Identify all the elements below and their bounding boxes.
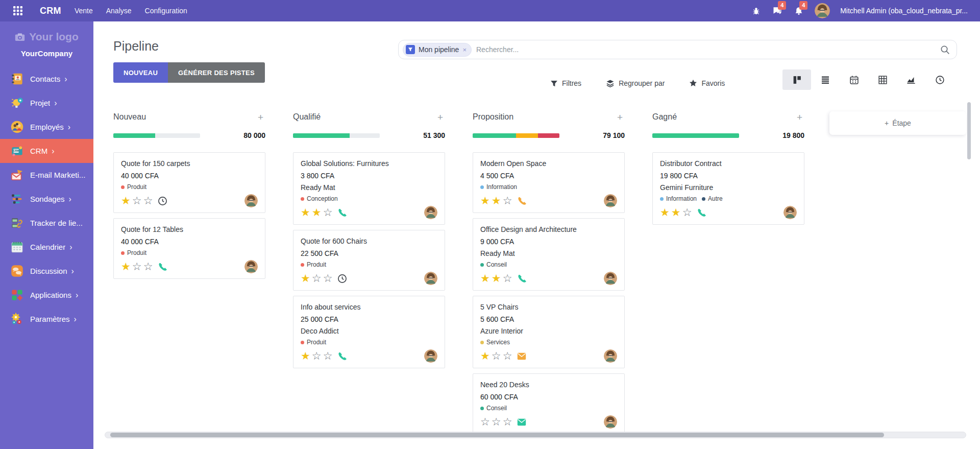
sidebar-item-applications[interactable]: Applications›	[0, 283, 93, 307]
progress-segment-green[interactable]	[473, 133, 516, 138]
star-empty-icon[interactable]: ☆	[503, 350, 512, 362]
salesperson-avatar[interactable]	[244, 194, 258, 207]
filtres-button[interactable]: Filtres	[550, 79, 581, 87]
top-menu-vente[interactable]: Vente	[75, 7, 93, 15]
star-filled-icon[interactable]: ★	[312, 207, 322, 218]
sidebar-item-employ-s[interactable]: Employés›	[0, 115, 93, 139]
search-bar[interactable]: Mon pipeline ×	[398, 40, 957, 59]
search-facet[interactable]: Mon pipeline ×	[403, 43, 472, 57]
sidebar-item-discussion[interactable]: Discussion›	[0, 259, 93, 283]
kanban-card[interactable]: Distributor Contract19 800 CFAGemini Fur…	[652, 152, 804, 225]
generate-leads-button[interactable]: GÉNÉRER DES PISTES	[168, 62, 265, 83]
star-empty-icon[interactable]: ☆	[312, 350, 322, 362]
progress-segment-orange[interactable]	[516, 133, 538, 138]
activity-phone-icon[interactable]	[697, 208, 706, 217]
add-stage-button[interactable]: + Étape	[829, 111, 966, 135]
kanban-card[interactable]: Quote for 600 Chairs22 500 CFAProduit★☆☆	[293, 230, 445, 291]
star-filled-icon[interactable]: ★	[492, 195, 501, 206]
star-empty-icon[interactable]: ☆	[143, 261, 153, 272]
add-record-icon[interactable]: +	[256, 112, 265, 122]
view-switch-graph[interactable]	[897, 69, 925, 90]
salesperson-avatar[interactable]	[604, 415, 617, 429]
add-record-icon[interactable]: +	[435, 112, 445, 122]
priority-stars[interactable]: ★☆☆	[301, 273, 332, 284]
kanban-card[interactable]: Office Design and Architecture9 000 CFAR…	[473, 218, 625, 291]
horizontal-scrollbar-thumb[interactable]	[110, 433, 884, 437]
activity-phone-icon[interactable]	[517, 274, 526, 283]
kanban-card[interactable]: 5 VP Chairs5 600 CFAAzure InteriorServic…	[473, 296, 625, 368]
view-switch-kanban[interactable]	[782, 69, 811, 90]
star-empty-icon[interactable]: ☆	[480, 416, 490, 428]
column-progressbar[interactable]	[652, 133, 739, 138]
activity-phone-icon[interactable]	[517, 196, 526, 205]
salesperson-avatar[interactable]	[424, 272, 437, 285]
progress-segment-green[interactable]	[113, 133, 155, 138]
view-switch-calendar[interactable]	[840, 69, 868, 90]
add-record-icon[interactable]: +	[795, 112, 804, 122]
sidebar-item-contacts[interactable]: Contacts›	[0, 67, 93, 91]
salesperson-avatar[interactable]	[424, 349, 437, 363]
star-empty-icon[interactable]: ☆	[132, 261, 142, 272]
star-filled-icon[interactable]: ★	[480, 195, 490, 206]
kanban-card[interactable]: Quote for 150 carpets40 000 CFAProduit★☆…	[113, 152, 265, 213]
star-empty-icon[interactable]: ☆	[323, 273, 333, 284]
kanban-card[interactable]: Quote for 12 Tables40 000 CFAProduit★☆☆	[113, 218, 265, 279]
favoris-button[interactable]: Favoris	[689, 79, 725, 87]
activity-mail-icon[interactable]	[517, 352, 526, 360]
sidebar-item-projet[interactable]: Projet›	[0, 91, 93, 115]
messages-icon[interactable]: 4	[772, 5, 783, 16]
view-switch-list[interactable]	[811, 69, 840, 90]
kanban-card[interactable]: Need 20 Desks60 000 CFAConseil☆☆☆	[473, 373, 625, 434]
apps-grid-icon[interactable]	[12, 5, 23, 16]
sidebar-item-crm[interactable]: CRMCRM›	[0, 139, 93, 163]
sidebar-item-sondages[interactable]: Sondages›	[0, 187, 93, 211]
sidebar-item-param-tres[interactable]: Paramètres›	[0, 307, 93, 331]
progress-segment-red[interactable]	[538, 133, 560, 138]
priority-stars[interactable]: ★☆☆	[121, 195, 153, 206]
progress-segment-green[interactable]	[652, 133, 739, 138]
star-empty-icon[interactable]: ☆	[132, 195, 142, 206]
star-empty-icon[interactable]: ☆	[312, 273, 322, 284]
user-avatar[interactable]	[815, 3, 830, 18]
debug-bug-icon[interactable]	[750, 5, 762, 16]
priority-stars[interactable]: ★☆☆	[480, 350, 512, 362]
priority-stars[interactable]: ★☆☆	[121, 261, 153, 272]
salesperson-avatar[interactable]	[424, 206, 437, 219]
priority-stars[interactable]: ★☆☆	[301, 350, 332, 362]
priority-stars[interactable]: ★★☆	[480, 195, 512, 206]
top-menu-analyse[interactable]: Analyse	[106, 7, 132, 15]
star-empty-icon[interactable]: ☆	[503, 273, 512, 284]
column-progressbar[interactable]	[473, 133, 559, 138]
star-filled-icon[interactable]: ★	[301, 273, 310, 284]
add-record-icon[interactable]: +	[615, 112, 625, 122]
priority-stars[interactable]: ★★☆	[660, 207, 692, 218]
sidebar-item-calendrier[interactable]: Calendrier›	[0, 235, 93, 259]
salesperson-avatar[interactable]	[783, 206, 797, 219]
kanban-card[interactable]: Info about services25 000 CFADeco Addict…	[293, 296, 445, 368]
view-switch-activity[interactable]	[925, 69, 954, 90]
progress-segment-green[interactable]	[293, 133, 350, 138]
kanban-card[interactable]: Global Solutions: Furnitures3 800 CFARea…	[293, 152, 445, 225]
star-filled-icon[interactable]: ★	[660, 207, 670, 218]
star-filled-icon[interactable]: ★	[301, 350, 310, 362]
sidebar-item-e-mail-marketi[interactable]: E-mail Marketi...	[0, 163, 93, 187]
star-empty-icon[interactable]: ☆	[143, 195, 153, 206]
column-progressbar[interactable]	[113, 133, 200, 138]
activity-phone-icon[interactable]	[337, 351, 347, 361]
star-filled-icon[interactable]: ★	[480, 273, 490, 284]
priority-stars[interactable]: ★★☆	[480, 273, 512, 284]
star-empty-icon[interactable]: ☆	[492, 416, 501, 428]
salesperson-avatar[interactable]	[604, 349, 617, 363]
view-switch-pivot[interactable]	[868, 69, 897, 90]
star-empty-icon[interactable]: ☆	[323, 207, 333, 218]
column-progressbar[interactable]	[293, 133, 380, 138]
salesperson-avatar[interactable]	[244, 260, 258, 273]
star-filled-icon[interactable]: ★	[671, 207, 681, 218]
activity-mail-icon[interactable]	[517, 418, 526, 426]
star-empty-icon[interactable]: ☆	[323, 350, 333, 362]
new-button[interactable]: NOUVEAU	[113, 62, 168, 83]
sidebar-item-tracker-de-lie[interactable]: Tracker de lie...	[0, 211, 93, 235]
star-filled-icon[interactable]: ★	[492, 273, 501, 284]
horizontal-scrollbar[interactable]	[105, 432, 966, 438]
notifications-bell-icon[interactable]: 4	[793, 5, 804, 16]
